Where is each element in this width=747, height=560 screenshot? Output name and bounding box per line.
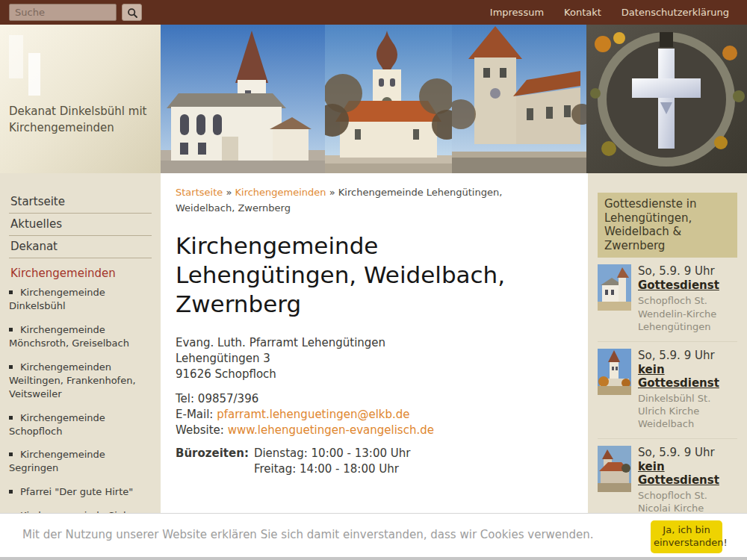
header-photo-church-3 bbox=[452, 25, 586, 173]
event-link[interactable]: Gottesdienst bbox=[638, 279, 719, 292]
event-link[interactable]: kein Gottesdienst bbox=[638, 363, 737, 390]
address-line: 91626 Schopfloch bbox=[176, 367, 568, 382]
office-hours-line: Dienstag: 10:00 - 13:00 Uhr bbox=[254, 446, 411, 461]
top-link-kontakt[interactable]: Kontakt bbox=[564, 7, 601, 18]
breadcrumb-separator: » bbox=[329, 187, 335, 198]
sidebar-item-label: Kirchengemeinde Dinkelsbühl bbox=[9, 287, 105, 311]
top-bar: Impressum Kontakt Datenschutzerklärung bbox=[0, 0, 747, 25]
header-photo-church-2 bbox=[325, 25, 452, 173]
breadcrumb-link-kirchengemeinden[interactable]: Kirchengemeinden bbox=[235, 187, 326, 198]
phone-line: Tel: 09857/396 bbox=[176, 391, 568, 407]
event-location: Dinkelsbühl St. Ulrich Kirche Weidelbach bbox=[638, 392, 737, 430]
sidebar-item-der-gute-hirte[interactable]: Pfarrei "Der gute Hirte" bbox=[9, 485, 152, 499]
cookie-banner-edge bbox=[0, 557, 747, 560]
breadcrumb-current: Kirchengemeinde Lehengütingen, Weidelbac… bbox=[176, 187, 502, 214]
address-line: Lehengütingen 3 bbox=[176, 351, 568, 367]
email-line: E-Mail: pfarramt.lehenguetingen@elkb.de bbox=[176, 407, 568, 423]
search-button[interactable] bbox=[122, 4, 142, 21]
office-hours: Bürozeiten: Dienstag: 10:00 - 13:00 Uhr … bbox=[176, 446, 568, 477]
bullet-icon bbox=[9, 365, 13, 369]
bullet-icon bbox=[9, 490, 13, 494]
logo-mark bbox=[28, 53, 40, 96]
services-sidebar: Gottesdienste in Lehengütingen, Weidelba… bbox=[588, 173, 747, 560]
sidebar-item-schopfloch[interactable]: Kirchengemeinde Schopfloch bbox=[9, 411, 152, 438]
bullet-icon bbox=[9, 416, 13, 420]
sidebar-item-label: Kirchengemeinde Mönchsroth, Greiselbach bbox=[9, 324, 129, 349]
office-hours-line: Freitag: 14:00 - 18:00 Uhr bbox=[254, 461, 411, 477]
address-line: Evang. Luth. Pfarramt Lehengütingen bbox=[176, 335, 568, 351]
services-heading: Gottesdienste in Lehengütingen, Weidelba… bbox=[598, 193, 737, 258]
sidebar-section-kirchengemeinden[interactable]: Kirchengemeinden bbox=[9, 258, 152, 281]
website-line: Website: www.lehenguetingen-evangelisch.… bbox=[176, 423, 568, 438]
search-icon bbox=[126, 7, 138, 19]
sidebar-item-segringen[interactable]: Kirchengemeinde Segringen bbox=[9, 448, 152, 475]
service-event: So, 5.9. 9 Uhr Gottesdienst Schopfloch S… bbox=[598, 258, 737, 341]
sidebar-item-aktuelles[interactable]: Aktuelles bbox=[9, 214, 152, 236]
sidebar-item-label: Kirchengemeinde Segringen bbox=[9, 449, 105, 473]
cookie-banner: Mit der Nutzung unserer Website erklären… bbox=[0, 513, 747, 560]
email-label: E-Mail: bbox=[176, 408, 213, 421]
service-event: So, 5.9. 9 Uhr kein Gottesdienst Dinkels… bbox=[598, 342, 737, 439]
bullet-icon bbox=[9, 328, 13, 332]
sidebar-item-label: Pfarrei "Der gute Hirte" bbox=[20, 486, 133, 497]
logo-mark bbox=[9, 35, 23, 78]
header-photo-church-1 bbox=[161, 25, 325, 173]
cookie-message: Mit der Nutzung unserer Website erklären… bbox=[22, 528, 594, 541]
sidebar-item-startseite[interactable]: Startseite bbox=[9, 191, 152, 214]
site-logo-panel[interactable]: Dekanat Dinkelsbühl mit Kirchengemeinden bbox=[0, 25, 161, 173]
event-date: So, 5.9. 9 Uhr bbox=[638, 264, 737, 278]
church-thumbnail bbox=[598, 264, 631, 311]
main-content: Startseite » Kirchengemeinden » Kircheng… bbox=[161, 173, 588, 560]
page-title: Kirchengemeinde Lehengütingen, Weidelbac… bbox=[176, 231, 557, 319]
bullet-icon bbox=[9, 290, 13, 294]
sidebar-item-weiltingen[interactable]: Kirchengemeinden Weiltingen, Frankenhofe… bbox=[9, 361, 152, 401]
site-title: Dekanat Dinkelsbühl mit Kirchengemeinden bbox=[9, 104, 148, 137]
contact-block: Tel: 09857/396 E-Mail: pfarramt.lehengue… bbox=[176, 391, 568, 438]
sidebar-item-dinkelsbuehl[interactable]: Kirchengemeinde Dinkelsbühl bbox=[9, 286, 152, 313]
church-thumbnail bbox=[598, 446, 631, 492]
cookie-accept-button[interactable]: Ja, ich bin einverstanden! bbox=[651, 520, 722, 553]
top-link-impressum[interactable]: Impressum bbox=[490, 7, 544, 18]
sidebar-item-label: Kirchengemeinde Schopfloch bbox=[9, 412, 105, 437]
site-header: Dekanat Dinkelsbühl mit Kirchengemeinden bbox=[0, 25, 747, 173]
event-link[interactable]: kein Gottesdienst bbox=[638, 460, 737, 487]
top-link-datenschutz[interactable]: Datenschutzerklärung bbox=[622, 7, 729, 18]
email-link[interactable]: pfarramt.lehenguetingen@elkb.de bbox=[217, 408, 409, 421]
sidebar-item-label: Kirchengemeinden Weiltingen, Frankenhofe… bbox=[9, 361, 136, 399]
bullet-icon bbox=[9, 452, 13, 456]
search-input[interactable] bbox=[9, 4, 117, 21]
breadcrumb: Startseite » Kirchengemeinden » Kircheng… bbox=[176, 184, 564, 217]
breadcrumb-separator: » bbox=[226, 187, 232, 198]
sidebar-item-dekanat[interactable]: Dekanat bbox=[9, 236, 152, 258]
breadcrumb-link-startseite[interactable]: Startseite bbox=[176, 187, 223, 198]
top-nav: Impressum Kontakt Datenschutzerklärung bbox=[490, 7, 729, 18]
page-body: Startseite Aktuelles Dekanat Kirchengeme… bbox=[0, 173, 747, 560]
sidebar-item-moenchsroth[interactable]: Kirchengemeinde Mönchsroth, Greiselbach bbox=[9, 323, 152, 350]
event-date: So, 5.9. 9 Uhr bbox=[638, 349, 737, 362]
event-date: So, 5.9. 9 Uhr bbox=[638, 446, 737, 459]
event-location: Schopfloch St. Wendelin-Kirche Lehengüti… bbox=[638, 294, 737, 332]
website-label: Website: bbox=[176, 423, 224, 437]
header-photo-aerial-cross bbox=[586, 25, 747, 173]
church-thumbnail bbox=[598, 349, 631, 395]
office-hours-label: Bürozeiten: bbox=[176, 446, 249, 477]
address-block: Evang. Luth. Pfarramt Lehengütingen Lehe… bbox=[176, 335, 568, 382]
website-link[interactable]: www.lehenguetingen-evangelisch.de bbox=[228, 423, 434, 437]
left-sidebar: Startseite Aktuelles Dekanat Kirchengeme… bbox=[0, 173, 161, 560]
